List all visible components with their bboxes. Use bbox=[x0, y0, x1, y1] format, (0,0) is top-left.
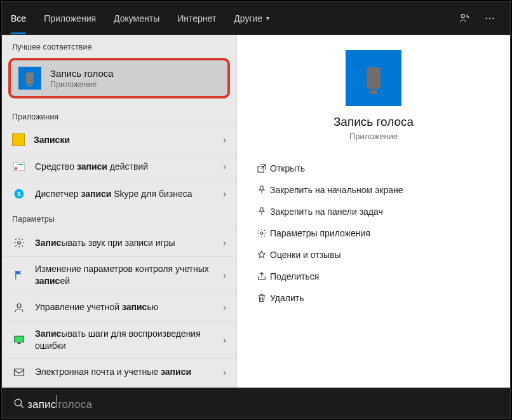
flag-icon bbox=[12, 268, 26, 282]
setting-result-game-audio[interactable]: Записывать звук при записи игры › bbox=[2, 229, 236, 256]
list-item-label: Изменение параметров контроля учетных за… bbox=[35, 263, 223, 287]
tab-more-label: Другие bbox=[234, 13, 262, 24]
tab-more[interactable]: Другие ▾ bbox=[225, 2, 278, 34]
svg-text:S: S bbox=[17, 191, 21, 197]
best-match-sub: Приложение bbox=[50, 80, 114, 89]
chevron-right-icon: › bbox=[223, 189, 226, 199]
action-delete[interactable]: Удалить bbox=[250, 287, 497, 309]
preview-subtitle: Приложение bbox=[250, 132, 497, 141]
action-label: Поделиться bbox=[270, 271, 319, 281]
section-web-search: Поиск в Интернете bbox=[2, 386, 236, 388]
chevron-right-icon: › bbox=[223, 302, 226, 313]
gear-icon bbox=[253, 228, 270, 238]
more-options-icon[interactable] bbox=[477, 6, 502, 31]
feedback-icon[interactable] bbox=[452, 6, 477, 31]
chevron-right-icon: › bbox=[223, 270, 226, 280]
account-icon bbox=[12, 301, 26, 315]
microphone-icon bbox=[367, 67, 381, 89]
tab-docs[interactable]: Документы bbox=[105, 2, 168, 34]
svg-point-15 bbox=[260, 232, 263, 234]
tab-web-label: Интернет bbox=[177, 13, 216, 24]
results-panel: Лучшее соответствие Запись голоса Прилож… bbox=[2, 35, 237, 388]
action-pin-start[interactable]: Закрепить на начальном экране bbox=[250, 179, 497, 201]
skype-icon: S bbox=[12, 187, 26, 201]
chevron-right-icon: › bbox=[223, 238, 226, 248]
setting-result-uac[interactable]: Изменение параметров контроля учетных за… bbox=[2, 256, 236, 294]
top-tabs-bar: Все Приложения Документы Интернет Другие… bbox=[2, 2, 510, 35]
app-result-skype-recording[interactable]: S Диспетчер записи Skype для бизнеса › bbox=[2, 180, 236, 207]
gear-icon bbox=[12, 236, 26, 250]
tab-apps[interactable]: Приложения bbox=[35, 2, 105, 34]
setting-result-email-accounts[interactable]: Электронная почта и учетные записи › bbox=[2, 358, 236, 386]
tab-web[interactable]: Интернет bbox=[168, 2, 225, 34]
setting-result-record-steps[interactable]: Записывать шаги для воспроизведения ошиб… bbox=[2, 321, 236, 358]
svg-rect-4 bbox=[13, 162, 25, 171]
action-pin-taskbar[interactable]: Закрепить на панели задач bbox=[250, 201, 497, 222]
app-result-sticky-notes[interactable]: Записки › bbox=[2, 126, 236, 152]
chevron-right-icon: › bbox=[223, 335, 226, 345]
action-label: Оценки и отзывы bbox=[270, 250, 341, 260]
tab-all[interactable]: Все bbox=[2, 2, 35, 34]
chevron-right-icon: › bbox=[223, 367, 226, 377]
action-label: Удалить bbox=[270, 293, 304, 303]
action-share[interactable]: Поделиться bbox=[250, 266, 497, 287]
action-rate[interactable]: Оценки и отзывы bbox=[250, 244, 497, 266]
text-caret bbox=[57, 395, 57, 408]
tab-docs-label: Документы bbox=[114, 13, 159, 24]
svg-point-5 bbox=[15, 167, 17, 170]
pin-start-icon bbox=[253, 185, 270, 195]
monitor-icon bbox=[12, 333, 26, 347]
open-icon bbox=[253, 163, 270, 173]
chevron-right-icon: › bbox=[223, 161, 226, 172]
action-open[interactable]: Открыть bbox=[250, 158, 497, 179]
action-label: Открыть bbox=[270, 163, 305, 173]
trash-icon bbox=[253, 293, 270, 303]
preview-title: Запись голоса bbox=[250, 115, 497, 129]
setting-result-account-mgmt[interactable]: Управление учетной записью › bbox=[2, 294, 236, 321]
search-suggestion-text: голоса bbox=[58, 398, 92, 411]
list-item-label: Записывать шаги для воспроизведения ошиб… bbox=[35, 328, 223, 352]
svg-point-1 bbox=[486, 17, 487, 18]
tab-apps-label: Приложения bbox=[44, 13, 96, 24]
search-input[interactable]: запис голоса bbox=[27, 395, 92, 411]
svg-point-0 bbox=[461, 14, 464, 17]
sticky-notes-icon bbox=[12, 133, 25, 146]
best-match-item[interactable]: Запись голоса Приложение bbox=[8, 58, 230, 98]
app-result-steps-recorder[interactable]: Средство записи действий › bbox=[2, 152, 236, 180]
pin-taskbar-icon bbox=[253, 207, 270, 217]
svg-point-2 bbox=[489, 17, 490, 18]
action-label: Закрепить на начальном экране bbox=[270, 185, 403, 195]
svg-point-3 bbox=[492, 17, 494, 18]
section-settings: Параметры bbox=[2, 207, 236, 229]
preview-panel: Запись голоса Приложение Открыть Закрепи… bbox=[237, 35, 510, 388]
list-item-label: Управление учетной записью bbox=[35, 301, 223, 313]
list-item-label: Записывать звук при записи игры bbox=[35, 237, 223, 249]
tab-all-label: Все bbox=[11, 13, 26, 24]
action-label: Закрепить на панели задач bbox=[270, 207, 383, 217]
share-icon bbox=[253, 271, 270, 281]
best-match-title: Запись голоса bbox=[50, 68, 114, 79]
app-tile-icon bbox=[346, 50, 401, 106]
search-bar[interactable]: запис голоса bbox=[2, 388, 510, 418]
section-best-match: Лучшее соответствие bbox=[2, 35, 236, 57]
chevron-right-icon: › bbox=[223, 135, 226, 145]
action-label: Параметры приложения bbox=[270, 228, 370, 238]
mail-icon bbox=[12, 365, 26, 379]
svg-rect-12 bbox=[18, 342, 21, 344]
action-app-settings[interactable]: Параметры приложения bbox=[250, 222, 497, 244]
svg-rect-13 bbox=[15, 369, 24, 376]
steps-recorder-icon bbox=[12, 159, 26, 173]
list-item-label: Записки bbox=[34, 134, 223, 146]
search-icon bbox=[11, 398, 27, 409]
list-item-label: Средство записи действий bbox=[35, 161, 223, 173]
voice-recorder-tile-icon bbox=[18, 67, 41, 90]
section-apps: Приложения bbox=[2, 105, 236, 126]
svg-point-16 bbox=[15, 399, 22, 406]
list-item-label: Электронная почта и учетные записи bbox=[35, 366, 223, 378]
list-item-label: Диспетчер записи Skype для бизнеса bbox=[35, 188, 223, 200]
svg-point-10 bbox=[17, 304, 21, 308]
star-icon bbox=[253, 250, 270, 260]
chevron-down-icon: ▾ bbox=[266, 15, 269, 22]
search-typed-text: запис bbox=[27, 398, 56, 411]
svg-rect-6 bbox=[18, 164, 23, 165]
